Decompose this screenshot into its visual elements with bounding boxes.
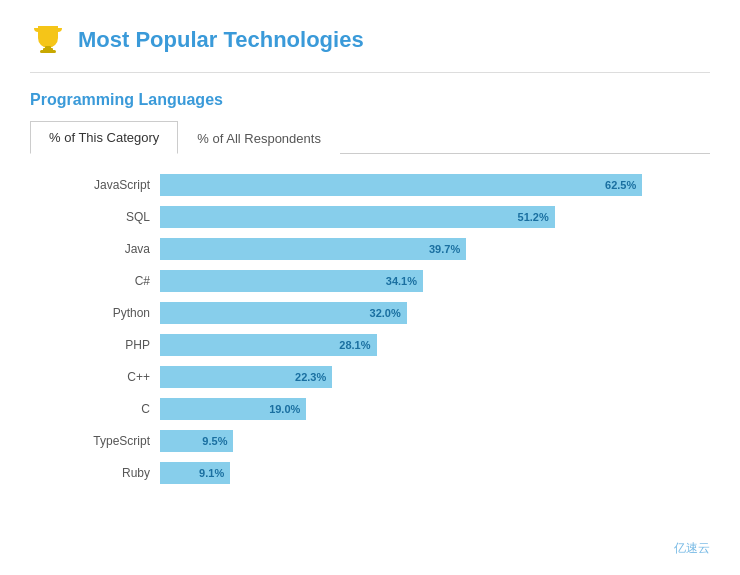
bar-fill: 32.0%: [160, 302, 407, 324]
bar-container: 39.7%: [160, 238, 700, 260]
bar-fill: 34.1%: [160, 270, 423, 292]
bar-row: C#34.1%: [40, 270, 700, 292]
bar-value-label: 9.5%: [202, 435, 227, 447]
svg-rect-2: [45, 46, 51, 50]
bar-container: 19.0%: [160, 398, 700, 420]
bar-row: C19.0%: [40, 398, 700, 420]
tab-category[interactable]: % of This Category: [30, 121, 178, 154]
bar-label: C#: [40, 274, 160, 288]
bar-value-label: 28.1%: [339, 339, 370, 351]
bar-value-label: 22.3%: [295, 371, 326, 383]
bar-container: 62.5%: [160, 174, 700, 196]
bar-chart: JavaScript62.5%SQL51.2%Java39.7%C#34.1%P…: [30, 174, 710, 484]
bar-fill: 51.2%: [160, 206, 555, 228]
bar-label: JavaScript: [40, 178, 160, 192]
bar-value-label: 51.2%: [518, 211, 549, 223]
bar-label: SQL: [40, 210, 160, 224]
bar-fill: 19.0%: [160, 398, 306, 420]
bar-value-label: 19.0%: [269, 403, 300, 415]
bar-row: Python32.0%: [40, 302, 700, 324]
tab-bar: % of This Category % of All Respondents: [30, 121, 710, 154]
bar-fill: 9.5%: [160, 430, 233, 452]
bar-label: Ruby: [40, 466, 160, 480]
bar-value-label: 39.7%: [429, 243, 460, 255]
bar-container: 28.1%: [160, 334, 700, 356]
bar-label: PHP: [40, 338, 160, 352]
bar-label: Java: [40, 242, 160, 256]
svg-rect-1: [40, 50, 56, 53]
bar-row: TypeScript9.5%: [40, 430, 700, 452]
bar-container: 51.2%: [160, 206, 700, 228]
section-title: Programming Languages: [30, 91, 710, 109]
bar-fill: 28.1%: [160, 334, 377, 356]
bar-fill: 39.7%: [160, 238, 466, 260]
bar-row: Ruby9.1%: [40, 462, 700, 484]
bar-label: C++: [40, 370, 160, 384]
bar-row: JavaScript62.5%: [40, 174, 700, 196]
bar-row: PHP28.1%: [40, 334, 700, 356]
watermark: 亿速云: [674, 540, 710, 557]
bar-container: 22.3%: [160, 366, 700, 388]
bar-container: 32.0%: [160, 302, 700, 324]
bar-label: C: [40, 402, 160, 416]
bar-row: SQL51.2%: [40, 206, 700, 228]
tab-respondents[interactable]: % of All Respondents: [178, 121, 340, 154]
page-title: Most Popular Technologies: [78, 27, 364, 53]
bar-value-label: 34.1%: [386, 275, 417, 287]
bar-row: C++22.3%: [40, 366, 700, 388]
bar-value-label: 32.0%: [370, 307, 401, 319]
bar-fill: 62.5%: [160, 174, 642, 196]
bar-fill: 9.1%: [160, 462, 230, 484]
bar-container: 34.1%: [160, 270, 700, 292]
bar-container: 9.5%: [160, 430, 700, 452]
bar-value-label: 62.5%: [605, 179, 636, 191]
bar-label: TypeScript: [40, 434, 160, 448]
trophy-icon: [30, 20, 66, 60]
bar-label: Python: [40, 306, 160, 320]
page-header: Most Popular Technologies: [30, 20, 710, 73]
bar-row: Java39.7%: [40, 238, 700, 260]
bar-value-label: 9.1%: [199, 467, 224, 479]
bar-fill: 22.3%: [160, 366, 332, 388]
bar-container: 9.1%: [160, 462, 700, 484]
